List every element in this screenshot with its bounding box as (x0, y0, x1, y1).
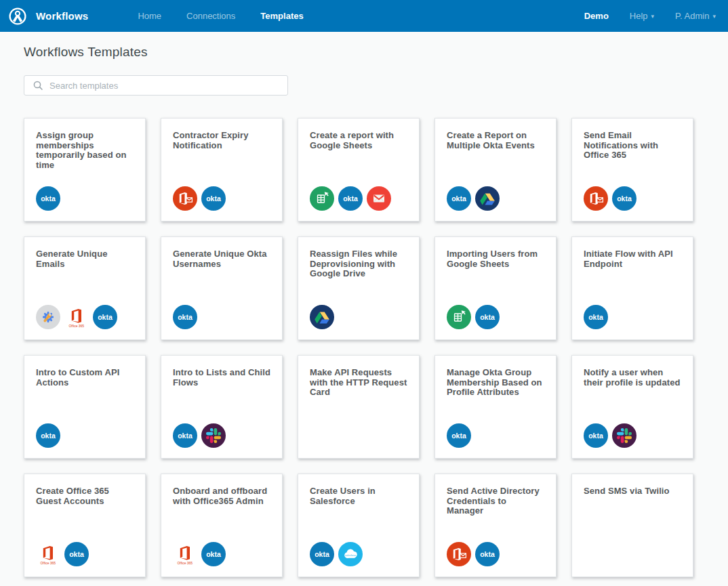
office365-logo-icon: Office 365 (64, 305, 89, 329)
secondary-nav: DemoHelp▾P. Admin▾ (584, 11, 717, 21)
template-card[interactable]: Generate Unique Emails Office 365okta (24, 236, 146, 340)
card-title: Intro to Lists and Child Flows (173, 368, 271, 388)
card-icons: okta (447, 186, 500, 211)
card-title: Send SMS via Twilio (584, 486, 682, 497)
svg-text:okta: okta (206, 550, 221, 558)
card-title: Initiate Flow with API Endpoint (584, 249, 682, 269)
svg-text:okta: okta (343, 194, 358, 203)
card-icons: okta (584, 423, 636, 448)
svg-text:okta: okta (41, 432, 56, 440)
search-icon (33, 80, 43, 91)
okta-icon: okta (36, 423, 60, 448)
card-icons: okta (173, 186, 226, 211)
template-card[interactable]: Send SMS via Twilio (571, 474, 693, 577)
svg-text:okta: okta (98, 313, 113, 321)
svg-text:okta: okta (588, 432, 603, 440)
svg-text:okta: okta (451, 432, 466, 440)
google-drive-icon (475, 186, 500, 211)
svg-text:Office 365: Office 365 (177, 561, 193, 565)
google-sheets-icon (447, 305, 471, 329)
okta-icon: okta (475, 542, 500, 566)
card-title: Send Email Notifications with Office 365 (584, 131, 682, 161)
card-title: Create a report with Google Sheets (310, 131, 408, 150)
card-title: Contractor Expiry Notification (173, 131, 271, 150)
template-card[interactable]: Manage Okta Group Membership Based on Pr… (434, 355, 557, 459)
search-input[interactable] (49, 81, 281, 91)
nav-link-connections[interactable]: Connections (186, 11, 235, 21)
card-title: Create Users in Salesforce (310, 486, 408, 506)
card-icons: okta (173, 423, 226, 448)
office365-logo-icon: Office 365 (173, 542, 197, 566)
office365-mail-icon (584, 186, 608, 211)
workflows-logo-icon (8, 7, 27, 26)
slack-icon (612, 423, 636, 448)
template-card[interactable]: Send Email Notifications with Office 365… (571, 118, 693, 222)
card-icons: okta (584, 186, 636, 211)
okta-icon: okta (201, 186, 226, 211)
svg-text:okta: okta (206, 194, 221, 203)
template-card[interactable]: Create a report with Google Sheets okta (298, 118, 420, 222)
okta-icon: okta (201, 542, 226, 566)
nav-item-demo[interactable]: Demo (584, 11, 609, 21)
office365-logo-icon: Office 365 (36, 542, 60, 566)
template-card[interactable]: Onboard and offboard with Office365 Admi… (161, 474, 283, 577)
nav-item-help[interactable]: Help▾ (630, 11, 654, 21)
template-card[interactable]: Intro to Lists and Child Flows okta (161, 355, 283, 459)
okta-icon: okta (584, 423, 608, 448)
chevron-down-icon: ▾ (651, 13, 655, 20)
salesforce-icon: salesforce (338, 542, 363, 566)
okta-icon: okta (338, 186, 363, 211)
card-icons: oktasalesforce (310, 542, 363, 566)
okta-icon: okta (173, 423, 197, 448)
okta-icon: okta (173, 305, 197, 329)
chevron-down-icon: ▾ (712, 13, 716, 20)
google-admin-icon (36, 305, 60, 329)
okta-icon: okta (447, 423, 471, 448)
template-card[interactable]: Intro to Custom API Actions okta (24, 355, 146, 459)
template-card[interactable]: Assign group memberships temporarily bas… (24, 118, 146, 222)
okta-icon: okta (93, 305, 117, 329)
template-card[interactable]: Send Active Directory Credentials to Man… (434, 474, 557, 577)
svg-text:okta: okta (178, 313, 193, 321)
card-icons (310, 305, 334, 329)
template-card[interactable]: Create a Report on Multiple Okta Events … (434, 118, 557, 222)
template-card[interactable]: Generate Unique Okta Usernames okta (161, 236, 283, 340)
svg-text:salesforce: salesforce (345, 554, 356, 557)
okta-icon: okta (310, 542, 334, 566)
brand-name: Workflows (36, 10, 88, 22)
template-card[interactable]: Notify a user when their profile is upda… (571, 355, 693, 459)
slack-icon (201, 423, 226, 448)
card-icons: okta (36, 186, 60, 211)
card-icons: Office 365okta (36, 542, 89, 566)
svg-text:okta: okta (178, 432, 193, 440)
svg-text:okta: okta (588, 313, 603, 321)
okta-icon: okta (447, 186, 471, 211)
card-icons: okta (447, 423, 471, 448)
svg-text:okta: okta (480, 313, 495, 321)
card-title: Generate Unique Emails (36, 249, 134, 269)
svg-text:Office 365: Office 365 (40, 561, 56, 565)
nav-link-home[interactable]: Home (138, 11, 161, 21)
okta-icon: okta (475, 305, 500, 329)
template-card[interactable]: Reassign Files while Deprovisioning with… (298, 236, 420, 340)
search-box (24, 75, 288, 96)
template-card[interactable]: Create Office 365 Guest Accounts Office … (24, 474, 146, 577)
card-icons: okta (447, 305, 500, 329)
okta-icon: okta (584, 305, 608, 329)
card-title: Create Office 365 Guest Accounts (36, 486, 134, 506)
template-card[interactable]: Initiate Flow with API Endpoint okta (571, 236, 693, 340)
card-icons: okta (173, 305, 197, 329)
card-icons: okta (310, 186, 391, 211)
nav-link-templates[interactable]: Templates (260, 11, 303, 21)
template-card[interactable]: Create Users in Salesforce oktasalesforc… (298, 474, 420, 577)
template-card[interactable]: Make API Requests with the HTTP Request … (298, 355, 420, 459)
svg-text:okta: okta (480, 550, 495, 558)
navbar: Workflows HomeConnectionsTemplates DemoH… (0, 0, 728, 32)
template-card[interactable]: Contractor Expiry Notification okta (161, 118, 283, 222)
template-card[interactable]: Importing Users from Google Sheets okta (434, 236, 557, 340)
card-title: Assign group memberships temporarily bas… (36, 131, 134, 170)
card-title: Onboard and offboard with Office365 Admi… (173, 486, 271, 506)
page-title: Workflows Templates (24, 45, 704, 60)
nav-item-p-admin[interactable]: P. Admin▾ (675, 11, 716, 21)
primary-nav: HomeConnectionsTemplates (138, 11, 303, 21)
